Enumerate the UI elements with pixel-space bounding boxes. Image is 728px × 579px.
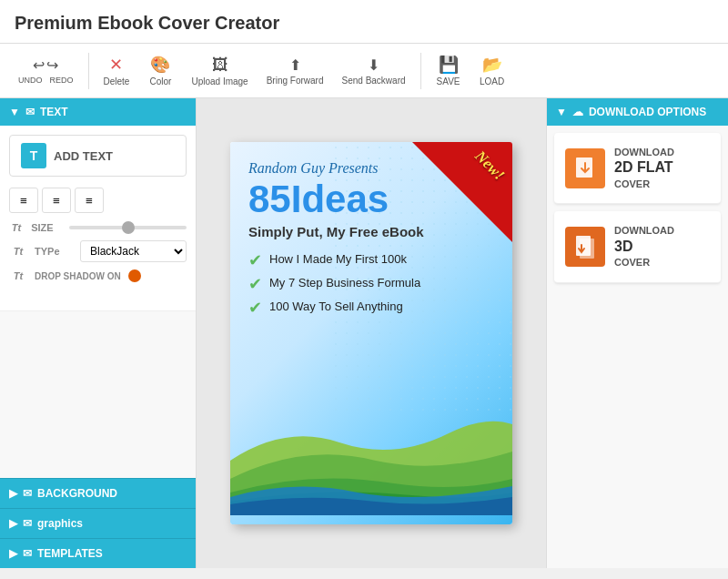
download-2d-icon-box xyxy=(565,148,605,188)
background-icon: ✉ xyxy=(23,487,32,500)
download-3d-button[interactable]: DOWNLOAD 3D COVER xyxy=(554,211,721,282)
load-button[interactable]: 📂 LOAD xyxy=(472,51,512,90)
download-3d-icon xyxy=(572,234,598,259)
download-3d-icon-box xyxy=(565,227,605,267)
save-button[interactable]: 💾 SAVE xyxy=(429,51,469,90)
download-header-label: DOWNLOAD OPTIONS xyxy=(589,106,706,118)
toolbar: ↩ ↪ UNDO REDO ✕ Delete 🎨 Color 🖼 Upload … xyxy=(0,44,728,98)
bullet-3: ✔ 100 Way To Sell Anything xyxy=(248,300,494,316)
align-center-icon: ≡ xyxy=(53,194,60,208)
download-arrow: ▼ xyxy=(556,106,567,118)
shadow-tt-icon: Tt xyxy=(9,270,27,281)
save-label: SAVE xyxy=(437,76,460,86)
align-right-icon: ≡ xyxy=(86,194,93,208)
color-icon: 🎨 xyxy=(150,55,170,75)
graphics-label: graphics xyxy=(37,517,83,530)
left-panel: ▼ ✉ TEXT T ADD TEXT ≡ ≡ ≡ xyxy=(0,98,197,568)
add-text-label: ADD TEXT xyxy=(54,149,113,163)
wave-green xyxy=(230,342,512,524)
type-tt-icon: Tt xyxy=(9,246,27,257)
delete-button[interactable]: ✕ Delete xyxy=(96,51,137,90)
templates-arrow: ▶ xyxy=(9,547,17,560)
shadow-label: DROP SHADOW ON xyxy=(35,271,121,281)
bring-forward-label: Bring Forward xyxy=(267,76,324,86)
book-cover: New! Random Guy Presents 85Ideas Simply … xyxy=(230,142,512,524)
bring-forward-icon: ⬆ xyxy=(289,56,301,74)
main-layout: ▼ ✉ TEXT T ADD TEXT ≡ ≡ ≡ xyxy=(0,98,728,568)
download-header: ▼ ☁ DOWNLOAD OPTIONS xyxy=(547,98,728,126)
upload-icon: 🖼 xyxy=(212,56,228,75)
delete-label: Delete xyxy=(104,76,130,86)
download-2d-line1: DOWNLOAD xyxy=(614,146,674,158)
bullet-text-2: My 7 Step Business Formula xyxy=(269,276,420,290)
align-center-button[interactable]: ≡ xyxy=(42,188,71,213)
templates-icon: ✉ xyxy=(23,547,32,560)
separator2 xyxy=(420,53,421,89)
color-button[interactable]: 🎨 Color xyxy=(140,51,180,90)
background-label: BACKGROUND xyxy=(37,487,117,500)
upload-label: Upload Image xyxy=(191,76,248,86)
text-section-icon: ✉ xyxy=(25,106,35,118)
check-icon-2: ✔ xyxy=(248,276,262,292)
download-3d-line1: DOWNLOAD xyxy=(614,224,674,237)
cover-bullets: ✔ How I Made My First 100k ✔ My 7 Step B… xyxy=(248,252,494,316)
background-section[interactable]: ▶ ✉ BACKGROUND xyxy=(0,478,196,508)
send-backward-label: Send Backward xyxy=(342,76,406,86)
redo-icon: ↪ xyxy=(46,56,58,74)
size-slider[interactable] xyxy=(69,226,187,229)
upload-image-button[interactable]: 🖼 Upload Image xyxy=(184,52,255,90)
color-label: Color xyxy=(149,76,171,86)
download-2d-line2: 2D FLAT xyxy=(614,158,674,178)
cover-tagline: Simply Put, My Free eBook xyxy=(248,224,494,239)
download-3d-line3: COVER xyxy=(614,256,674,269)
download-cloud-icon: ☁ xyxy=(572,106,583,118)
save-icon: 💾 xyxy=(439,55,459,75)
cover-subtitle: Random Guy Presents xyxy=(248,160,494,177)
check-icon-1: ✔ xyxy=(248,252,262,269)
download-3d-label: DOWNLOAD 3D COVER xyxy=(614,224,674,269)
align-left-icon: ≡ xyxy=(20,194,27,208)
download-3d-line2: 3D xyxy=(614,238,674,257)
load-label: LOAD xyxy=(480,76,504,86)
panel-spacer xyxy=(0,311,196,478)
font-select[interactable]: BlackJack xyxy=(80,240,187,262)
text-section-label: TEXT xyxy=(40,106,68,118)
delete-icon: ✕ xyxy=(109,55,123,75)
bottom-sections: ▶ ✉ BACKGROUND ▶ ✉ graphics ▶ ✉ TEMPLATE… xyxy=(0,478,196,568)
check-icon-3: ✔ xyxy=(248,300,262,316)
download-2d-line3: COVER xyxy=(614,178,674,190)
type-label: TYPe xyxy=(35,246,73,257)
templates-section[interactable]: ▶ ✉ TEMPLATES xyxy=(0,538,196,568)
add-text-button[interactable]: T ADD TEXT xyxy=(9,135,187,177)
bullet-text-1: How I Made My First 100k xyxy=(269,252,407,266)
right-panel: ▼ ☁ DOWNLOAD OPTIONS DOWNLOAD 2D FLAT CO… xyxy=(546,98,728,568)
bullet-text-3: 100 Way To Sell Anything xyxy=(269,300,403,313)
graphics-icon: ✉ xyxy=(23,517,32,530)
align-left-button[interactable]: ≡ xyxy=(9,188,38,213)
bullet-2: ✔ My 7 Step Business Formula xyxy=(248,276,494,292)
redo-label: REDO xyxy=(50,76,74,85)
separator xyxy=(88,53,89,89)
app-title: Premium Ebook Cover Creator xyxy=(0,0,728,44)
text-panel: T ADD TEXT ≡ ≡ ≡ Tt SIZE xyxy=(0,126,196,311)
send-backward-button[interactable]: ⬇ Send Backward xyxy=(335,53,413,89)
canvas-area[interactable]: New! Random Guy Presents 85Ideas Simply … xyxy=(197,98,546,568)
add-text-icon: T xyxy=(21,143,46,168)
download-2d-button[interactable]: DOWNLOAD 2D FLAT COVER xyxy=(554,133,721,204)
graphics-section[interactable]: ▶ ✉ graphics xyxy=(0,508,196,538)
cover-title: 85Ideas xyxy=(248,180,494,218)
text-section-header[interactable]: ▼ ✉ TEXT xyxy=(0,98,196,126)
bullet-1: ✔ How I Made My First 100k xyxy=(248,252,494,269)
send-backward-icon: ⬇ xyxy=(368,56,379,74)
templates-label: TEMPLATES xyxy=(37,547,103,560)
background-arrow: ▶ xyxy=(9,487,17,500)
text-section-arrow: ▼ xyxy=(9,106,20,118)
shadow-indicator[interactable] xyxy=(128,269,141,282)
shadow-row: Tt DROP SHADOW ON xyxy=(9,269,187,282)
download-2d-icon xyxy=(572,156,598,181)
align-right-button[interactable]: ≡ xyxy=(75,188,104,213)
bring-forward-button[interactable]: ⬆ Bring Forward xyxy=(259,53,331,89)
undo-button[interactable]: ↩ ↪ UNDO REDO xyxy=(11,53,81,88)
size-tt-icon: Tt xyxy=(9,222,24,233)
undo-label: UNDO xyxy=(18,76,43,85)
